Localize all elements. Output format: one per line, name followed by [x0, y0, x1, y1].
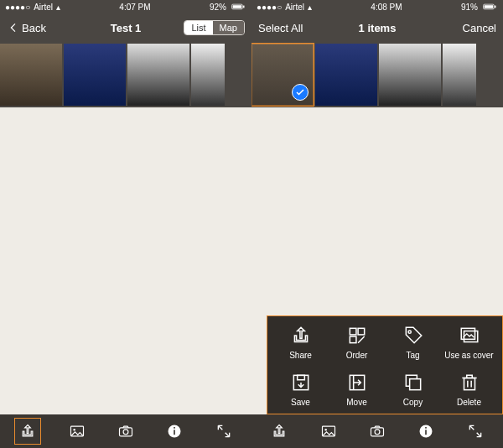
action-tag[interactable]: Tag	[385, 325, 441, 360]
tab-camera[interactable]	[365, 419, 390, 444]
action-copy[interactable]: Copy	[385, 372, 441, 407]
photo-thumb[interactable]	[0, 44, 62, 106]
segment-map[interactable]: Map	[213, 21, 244, 34]
right-pane: ●●●●○ Airtel ▴ 4:08 PM 91% Select All 1 …	[252, 0, 503, 448]
thumbnail-strip[interactable]	[0, 42, 252, 107]
photo-thumb[interactable]	[315, 44, 377, 106]
cover-icon	[459, 325, 480, 346]
action-panel: Share Order Tag Use as cover Save Move C…	[267, 315, 503, 414]
cancel-button[interactable]: Cancel	[463, 22, 496, 34]
content-area: Share Order Tag Use as cover Save Move C…	[252, 107, 503, 414]
tab-info[interactable]	[413, 419, 438, 444]
page-title: Test 1	[111, 22, 142, 34]
battery-icon	[481, 3, 498, 11]
order-icon	[346, 325, 368, 346]
status-bar: ●●●●○ Airtel ▴ 4:07 PM 92%	[0, 0, 252, 13]
tab-info[interactable]	[162, 419, 187, 444]
info-icon	[166, 423, 183, 440]
tab-gallery[interactable]	[316, 419, 341, 444]
photo-thumb[interactable]	[191, 44, 225, 106]
tab-share[interactable]	[15, 419, 40, 444]
tab-share[interactable]	[267, 419, 292, 444]
share-icon	[271, 423, 288, 440]
action-delete[interactable]: Delete	[441, 372, 497, 407]
back-button[interactable]: Back	[7, 21, 46, 34]
camera-icon	[369, 423, 386, 440]
camera-icon	[117, 423, 134, 440]
left-pane: ●●●●○ Airtel ▴ 4:07 PM 92% Back Test 1 L…	[0, 0, 252, 448]
tab-expand[interactable]	[211, 419, 236, 444]
action-order[interactable]: Order	[329, 325, 385, 360]
action-move[interactable]: Move	[329, 372, 385, 407]
tab-expand[interactable]	[463, 419, 488, 444]
signal-dots-icon: ●●●●○	[5, 3, 30, 12]
battery-percent: 91%	[461, 3, 478, 12]
wifi-icon: ▴	[56, 3, 60, 12]
nav-bar: Select All 1 items Cancel	[252, 13, 503, 42]
expand-icon	[467, 423, 484, 440]
action-save[interactable]: Save	[272, 372, 329, 407]
thumbnail-strip[interactable]	[252, 42, 503, 107]
tab-gallery[interactable]	[65, 419, 90, 444]
tab-bar	[252, 414, 503, 448]
status-bar: ●●●●○ Airtel ▴ 4:08 PM 91%	[252, 0, 503, 13]
photo-icon	[320, 423, 337, 440]
photo-thumb[interactable]	[64, 44, 126, 106]
select-all-button[interactable]: Select All	[258, 22, 303, 34]
clock-label: 4:07 PM	[119, 3, 150, 12]
chevron-left-icon	[7, 21, 20, 34]
copy-icon	[402, 372, 424, 393]
carrier-label: Airtel	[34, 3, 53, 12]
view-segment[interactable]: List Map	[184, 20, 245, 35]
photo-thumb[interactable]	[379, 44, 441, 106]
back-label: Back	[22, 22, 46, 34]
action-use-as-cover[interactable]: Use as cover	[441, 325, 497, 360]
expand-icon	[215, 423, 232, 440]
info-icon	[417, 423, 434, 440]
photo-icon	[69, 423, 86, 440]
selection-count: 1 items	[359, 22, 397, 34]
signal-dots-icon: ●●●●○	[257, 3, 282, 12]
tab-bar	[0, 414, 252, 448]
save-icon	[290, 372, 312, 393]
content-area	[0, 107, 252, 414]
tab-camera[interactable]	[113, 419, 138, 444]
battery-percent: 92%	[210, 3, 226, 12]
checkmark-icon	[292, 84, 309, 101]
wifi-icon: ▴	[308, 3, 312, 12]
clock-label: 4:08 PM	[371, 3, 402, 12]
nav-bar: Back Test 1 List Map	[0, 13, 252, 42]
share-icon	[290, 325, 312, 346]
segment-list[interactable]: List	[184, 21, 212, 34]
photo-thumb[interactable]	[127, 44, 189, 106]
delete-icon	[459, 372, 480, 393]
move-icon	[346, 372, 368, 393]
action-share[interactable]: Share	[272, 325, 329, 360]
battery-icon	[230, 3, 246, 11]
share-icon	[19, 423, 36, 440]
photo-thumb-selected[interactable]	[252, 44, 314, 106]
carrier-label: Airtel	[285, 3, 304, 12]
tag-icon	[402, 325, 424, 346]
photo-thumb[interactable]	[443, 44, 476, 106]
